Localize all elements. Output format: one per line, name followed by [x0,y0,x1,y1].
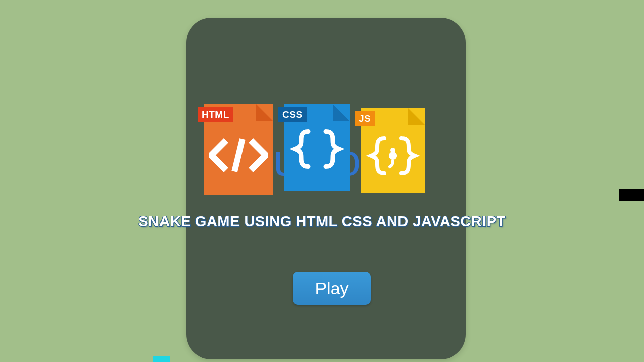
svg-marker-3 [408,108,425,125]
js-label: JS [355,111,375,126]
curly-braces-semicolon-icon [361,134,425,179]
page-title: SNAKE GAME USING HTML CSS AND JAVASCRIPT [0,213,644,230]
svg-line-1 [234,139,243,172]
html-label: HTML [198,107,233,122]
decor-cyan-bar [153,356,170,362]
svg-marker-0 [256,104,273,121]
tech-icon-row: HTML CSS JS [204,104,425,195]
angle-brackets-icon [204,138,273,175]
html-file-icon: HTML [204,104,273,195]
css-label: CSS [278,107,307,122]
decor-black-bar [619,189,644,201]
curly-braces-icon [284,127,350,181]
js-file-icon: JS [361,104,425,189]
svg-marker-2 [333,104,350,121]
css-file-icon: CSS [284,104,350,191]
play-button[interactable]: Play [293,272,371,305]
